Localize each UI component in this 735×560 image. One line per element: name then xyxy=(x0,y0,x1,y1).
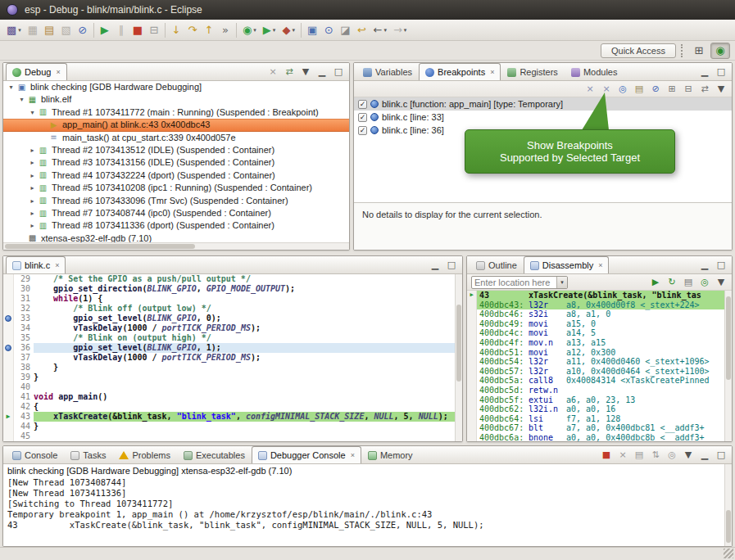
debug-tree-item[interactable]: ▸▥Thread #8 1073411336 (dport) (Suspende… xyxy=(3,219,349,232)
disconnect-button[interactable]: ⊟ xyxy=(146,21,162,39)
open-folder-button[interactable]: ▤ xyxy=(41,21,57,39)
show-breakpoints-supported-button[interactable]: ◎ xyxy=(615,82,631,96)
debug-tree-item[interactable]: ▸▥Thread #6 1073433096 (Tmr Svc) (Suspen… xyxy=(3,195,349,207)
breakpoint-item[interactable]: ✓blink.c [line: 33] xyxy=(354,111,732,124)
debug-tree-item[interactable]: ▸▥Thread #5 1073410208 (ipc1 : Running) … xyxy=(3,182,349,194)
editor-vscroll-thumb[interactable] xyxy=(456,305,461,382)
breakpoint-checkbox[interactable]: ✓ xyxy=(358,100,367,109)
maximize-console-button[interactable]: □ xyxy=(713,447,729,463)
annotation-ruler-cell[interactable] xyxy=(3,274,14,284)
tree-expander-icon[interactable]: ▾ xyxy=(17,93,26,106)
external-tools-button[interactable]: ◆▾ xyxy=(279,21,298,39)
disassembly-view-menu-button[interactable]: ▼ xyxy=(713,275,729,289)
location-combo[interactable]: Enter location here ▾ xyxy=(471,276,568,289)
code-line[interactable]: 33 gpio_set_level(BLINK_GPIO, 0); xyxy=(3,314,462,323)
tab-variables[interactable]: Variables xyxy=(356,63,419,80)
code-line[interactable]: 31 while(1) { xyxy=(3,294,462,304)
tree-expander-icon[interactable]: ▾ xyxy=(7,81,16,93)
tab-memory[interactable]: Memory xyxy=(361,446,420,463)
code-line[interactable]: 32 /* Blink off (output low) */ xyxy=(3,304,462,314)
window-resize-grip[interactable] xyxy=(724,549,733,558)
tab-tasks[interactable]: Tasks xyxy=(64,446,112,463)
disassembly-row[interactable]: ▶43xTaskCreate(&blink_task, "blink_tas xyxy=(467,291,732,300)
step-return-button[interactable]: ↑ xyxy=(201,21,217,39)
code-line[interactable]: 34 vTaskDelay(1000 / portTICK_PERIOD_MS)… xyxy=(3,323,462,333)
code-line[interactable]: 29 /* Set the GPIO as a push/pull output… xyxy=(3,274,462,284)
sync-with-active-context-button[interactable]: ◎ xyxy=(696,275,713,289)
maximize-editor-button[interactable]: □ xyxy=(443,257,460,273)
minimize-console-button[interactable]: ▁ xyxy=(696,447,713,463)
tab-problems[interactable]: Problems xyxy=(112,446,176,463)
annotation-ruler-cell[interactable] xyxy=(3,304,14,314)
tree-expander-icon[interactable]: ▸ xyxy=(28,207,37,219)
quick-access-button[interactable]: Quick Access xyxy=(601,43,676,58)
connect-button[interactable]: ⇄ xyxy=(281,64,297,79)
disassembly-row[interactable]: 400dbc54:l32ra11, 0x400d0460 <_stext+109… xyxy=(467,357,732,367)
code-line[interactable]: 36 gpio_set_level(BLINK_GPIO, 1); xyxy=(3,343,462,353)
annotation-ruler-cell[interactable]: ▶ xyxy=(3,412,14,422)
annotation-ruler-cell[interactable] xyxy=(3,422,14,431)
annotation-ruler-cell[interactable] xyxy=(3,382,14,392)
step-over-button[interactable]: ↷ xyxy=(184,21,201,39)
search-button[interactable]: ⊙ xyxy=(320,21,337,39)
step-into-button[interactable]: ↓ xyxy=(168,21,184,39)
new-wizard-button[interactable]: ▩▾ xyxy=(3,21,25,39)
show-source-button[interactable]: ▤ xyxy=(680,275,696,289)
debug-hscroll-thumb[interactable] xyxy=(5,244,195,249)
tree-expander-icon[interactable]: ▸ xyxy=(28,169,37,182)
disassembly-row[interactable]: 400dbc51:movia12, 0x300 xyxy=(467,348,732,358)
toggle-annotations-button[interactable]: ◪ xyxy=(337,21,353,39)
tree-expander-icon[interactable]: ▸ xyxy=(28,195,37,207)
debug-tree-item[interactable]: ▸▥Thread #3 1073413156 (IDLE) (Suspended… xyxy=(3,156,349,169)
tab-blink-c[interactable]: blink.c× xyxy=(6,256,66,273)
disassembly-row[interactable]: 400dbc57:l32ra10, 0x400d0464 <_stext+110… xyxy=(467,367,732,377)
debug-tree-item[interactable]: ▾▣blink checking [GDB Hardware Debugging… xyxy=(3,81,349,93)
console-view-menu-button[interactable]: ▼ xyxy=(680,447,696,463)
tab-outline[interactable]: Outline xyxy=(470,256,524,273)
minimize-breakpoints-button[interactable]: ▁ xyxy=(696,64,713,79)
disassembly-row[interactable]: 400dbc4c:movia14, 5 xyxy=(467,328,732,338)
tree-expander-icon[interactable]: ▾ xyxy=(28,106,37,119)
annotation-ruler-cell[interactable] xyxy=(3,431,14,441)
tab-disassembly[interactable]: Disassembly× xyxy=(524,256,610,273)
breakpoint-item[interactable]: ✓blink.c [function: app_main] [type: Tem… xyxy=(354,97,732,111)
breakpoints-view-menu-button[interactable]: ▼ xyxy=(713,82,729,96)
tree-expander-icon[interactable]: ▸ xyxy=(28,182,37,194)
scroll-lock-button[interactable]: ⇅ xyxy=(647,447,664,463)
forward-button[interactable]: →▾ xyxy=(390,21,410,39)
annotation-ruler-cell[interactable] xyxy=(3,333,14,343)
disassembly-row[interactable]: 400dbc6a:bnonea0, a0, 0x400dbc8b <__addf… xyxy=(467,433,732,441)
disassembly-row[interactable]: 400dbc43:l32ra8, 0x400d00f8 <_stext+224> xyxy=(467,300,732,310)
suspend-button[interactable]: ∥ xyxy=(113,21,129,39)
debug-tree-item[interactable]: ▩xtensa-esp32-elf-gdb (7.10) xyxy=(3,233,349,242)
debug-tree-item[interactable]: ▾▥Thread #1 1073411772 (main : Running) … xyxy=(3,106,349,119)
debug-tree-item[interactable]: ▸▥Thread #2 1073413512 (IDLE) (Suspended… xyxy=(3,144,349,156)
disassembly-row[interactable]: 400dbc4f:mov.na13, a15 xyxy=(467,338,732,348)
tab-debug[interactable]: Debug× xyxy=(6,63,67,80)
debug-tree-item[interactable]: ≡main_task() at cpu_start.c:339 0x400d05… xyxy=(3,132,349,144)
console-vscrollbar[interactable] xyxy=(724,464,732,546)
debug-view-menu-button[interactable]: ▼ xyxy=(297,64,314,79)
remove-launch-button[interactable]: × xyxy=(615,447,631,463)
terminate-button[interactable]: ■ xyxy=(129,21,146,39)
close-icon[interactable]: × xyxy=(55,261,59,269)
tab-executables[interactable]: Executables xyxy=(177,446,252,463)
remove-all-terminated-button[interactable]: × xyxy=(265,64,281,79)
instruction-stepping-button[interactable]: » xyxy=(217,21,234,39)
disassembly-row[interactable]: 400dbc64:lsif7, a1, 128 xyxy=(467,414,732,424)
tab-modules[interactable]: Modules xyxy=(565,63,624,80)
annotation-ruler-cell[interactable] xyxy=(3,363,14,373)
go-to-file-for-breakpoint-button[interactable]: ▤ xyxy=(631,82,647,96)
disassembly-vscrollbar[interactable] xyxy=(724,291,732,441)
tab-breakpoints[interactable]: Breakpoints× xyxy=(419,63,501,80)
code-line[interactable]: 38 } xyxy=(3,363,462,373)
minimize-debug-button[interactable]: ▁ xyxy=(314,64,330,79)
annotation-ruler-cell[interactable] xyxy=(3,402,14,412)
debug-button[interactable]: ◉▾ xyxy=(239,21,260,39)
last-edit-location-button[interactable]: ↩ xyxy=(353,21,370,39)
debug-tree-item[interactable]: ▸▥Thread #4 1073432224 (dport) (Suspende… xyxy=(3,169,349,182)
code-line[interactable]: 41void app_main() xyxy=(3,392,462,402)
tab-console[interactable]: Console xyxy=(6,446,64,463)
resume-button[interactable]: ▶ xyxy=(97,21,113,39)
tab-registers[interactable]: Registers xyxy=(501,63,564,80)
